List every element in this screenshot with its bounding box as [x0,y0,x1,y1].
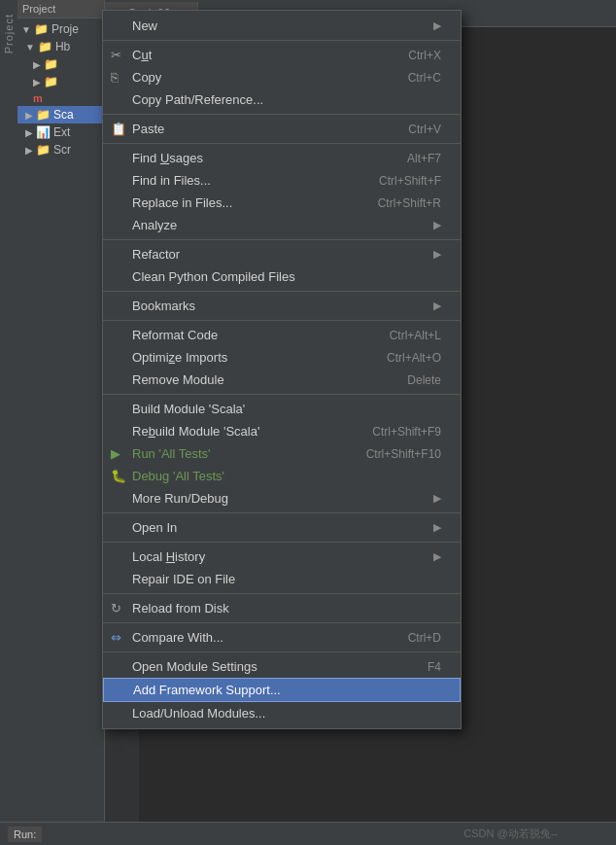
open-module-settings-shortcut: F4 [428,660,441,674]
menu-item-copy[interactable]: ⎘ Copy Ctrl+C [103,66,461,88]
copy-path-label: Copy Path/Reference... [132,92,263,107]
menu-item-new[interactable]: New ▶ [103,15,461,37]
tree-item-ext[interactable]: ▶ 📊 Ext [17,123,104,141]
menu-item-clean-python[interactable]: Clean Python Compiled Files [103,265,461,288]
tree-item-project[interactable]: ▼ 📁 Proje [17,20,104,38]
menu-item-repair-ide[interactable]: Repair IDE on File [103,568,461,590]
menu-sep-5 [103,291,461,292]
new-label: New [132,18,157,33]
scala-folder-icon: 📁 [36,108,51,122]
menu-sep-10 [103,593,461,594]
menu-item-analyze[interactable]: Analyze ▶ [103,214,461,236]
tree-item-hb[interactable]: ▼ 📁 Hb [17,38,104,55]
ext-icon: 📊 [36,125,51,139]
menu-sep-7 [103,394,461,395]
compare-with-shortcut: Ctrl+D [408,631,441,645]
menu-sep-9 [103,542,461,543]
menu-item-more-run-debug[interactable]: More Run/Debug ▶ [103,487,461,510]
menu-item-replace-in-files[interactable]: Replace in Files... Ctrl+Shift+R [103,192,461,214]
optimize-imports-shortcut: Ctrl+Alt+O [387,351,441,365]
menu-item-optimize-imports[interactable]: Optimize Imports Ctrl+Alt+O [103,346,461,369]
tree-item-sub2[interactable]: ▶ 📁 [17,73,104,90]
left-sidebar: Project [0,0,17,845]
menu-item-add-framework-support[interactable]: Add Framework Support... [103,678,461,702]
menu-sep-11 [103,622,461,623]
tree-arrow-scala: ▶ [25,110,33,121]
menu-item-cut[interactable]: ✂ Cut Ctrl+X [103,44,461,66]
sub2-folder-icon: 📁 [44,75,58,88]
cut-shortcut: Ctrl+X [408,49,441,62]
local-history-arrow: ▶ [433,550,441,563]
optimize-imports-label: Optimize Imports [132,350,227,365]
menu-item-open-module-settings[interactable]: Open Module Settings F4 [103,655,461,678]
sub1-folder-icon: 📁 [44,57,58,71]
paste-shortcut: Ctrl+V [408,123,441,136]
menu-item-open-in[interactable]: Open In ▶ [103,516,461,539]
rebuild-module-label: Rebuild Module 'Scala' [132,424,259,439]
menu-sep-12 [103,651,461,652]
menu-sep-4 [103,239,461,240]
reload-disk-label: Reload from Disk [132,601,229,616]
context-menu: New ▶ ✂ Cut Ctrl+X ⎘ Copy Ctrl+C Copy Pa… [102,10,462,729]
scr-folder-icon: 📁 [36,143,51,157]
menu-item-paste[interactable]: 📋 Paste Ctrl+V [103,118,461,140]
tree-item-scala[interactable]: ▶ 📁 Sca [17,106,104,123]
refactor-label: Refactor [132,247,180,262]
reload-icon: ↻ [111,601,121,616]
menu-item-bookmarks[interactable]: Bookmarks ▶ [103,295,461,317]
hb-folder-icon: 📁 [38,40,52,53]
rebuild-module-shortcut: Ctrl+Shift+F9 [372,425,441,439]
menu-item-refactor[interactable]: Refactor ▶ [103,243,461,265]
tree-item-ext-label: Ext [53,125,70,139]
find-usages-shortcut: Alt+F7 [407,152,441,165]
clean-python-label: Clean Python Compiled Files [132,269,295,284]
m-file-icon: m [33,92,43,104]
menu-item-debug-all-tests[interactable]: 🐛 Debug 'All Tests' [103,465,461,487]
tree-item-scr[interactable]: ▶ 📁 Scr [17,141,104,158]
tree-arrow-hb: ▼ [25,42,35,53]
menu-item-local-history[interactable]: Local History ▶ [103,546,461,568]
run-all-tests-shortcut: Ctrl+Shift+F10 [366,447,441,461]
tree-item-m[interactable]: m [17,90,104,106]
menu-item-copy-path[interactable]: Copy Path/Reference... [103,88,461,111]
tree-item-scala-label: Sca [53,108,74,122]
tree-arrow-sub2: ▶ [33,77,41,88]
compare-icon: ⇔ [111,630,121,645]
menu-item-rebuild-module[interactable]: Rebuild Module 'Scala' Ctrl+Shift+F9 [103,420,461,442]
menu-item-find-usages[interactable]: Find Usages Alt+F7 [103,147,461,169]
project-folder-icon: 📁 [34,22,49,36]
menu-item-remove-module[interactable]: Remove Module Delete [103,369,461,391]
run-all-tests-icon: ▶ [111,446,120,461]
open-in-label: Open In [132,520,177,535]
menu-item-reload-disk[interactable]: ↻ Reload from Disk [103,597,461,619]
debug-all-tests-label: Debug 'All Tests' [132,469,224,483]
analyze-label: Analyze [132,218,177,232]
debug-icon: 🐛 [111,469,126,483]
analyze-arrow: ▶ [433,219,441,231]
menu-item-find-in-files[interactable]: Find in Files... Ctrl+Shift+F [103,169,461,192]
run-all-tests-label: Run 'All Tests' [132,446,211,461]
run-label: Run: [8,827,42,842]
copy-label: Copy [132,70,161,85]
tree-item-sub1[interactable]: ▶ 📁 [17,55,104,73]
bookmarks-arrow: ▶ [433,299,441,312]
replace-in-files-shortcut: Ctrl+Shift+R [378,196,441,210]
cut-icon: ✂ [111,48,121,62]
menu-item-reformat[interactable]: Reformat Code Ctrl+Alt+L [103,324,461,346]
tree-item-hb-label: Hb [55,40,70,53]
more-run-debug-arrow: ▶ [433,492,441,505]
copy-icon: ⎘ [111,70,119,85]
add-framework-support-label: Add Framework Support... [133,683,281,697]
cut-label: Cut [132,48,152,62]
paste-label: Paste [132,122,164,136]
menu-item-compare-with[interactable]: ⇔ Compare With... Ctrl+D [103,626,461,649]
paste-icon: 📋 [111,122,126,136]
local-history-label: Local History [132,549,205,564]
bookmarks-label: Bookmarks [132,299,195,313]
project-sidebar-label[interactable]: Project [3,14,15,53]
bottom-bar: Run: CSDN @动若脱兔-- [0,822,616,845]
menu-item-build-module[interactable]: Build Module 'Scala' [103,398,461,420]
reformat-shortcut: Ctrl+Alt+L [390,329,441,342]
menu-item-run-all-tests[interactable]: ▶ Run 'All Tests' Ctrl+Shift+F10 [103,442,461,465]
menu-item-load-unload-modules[interactable]: Load/Unload Modules... [103,702,461,724]
